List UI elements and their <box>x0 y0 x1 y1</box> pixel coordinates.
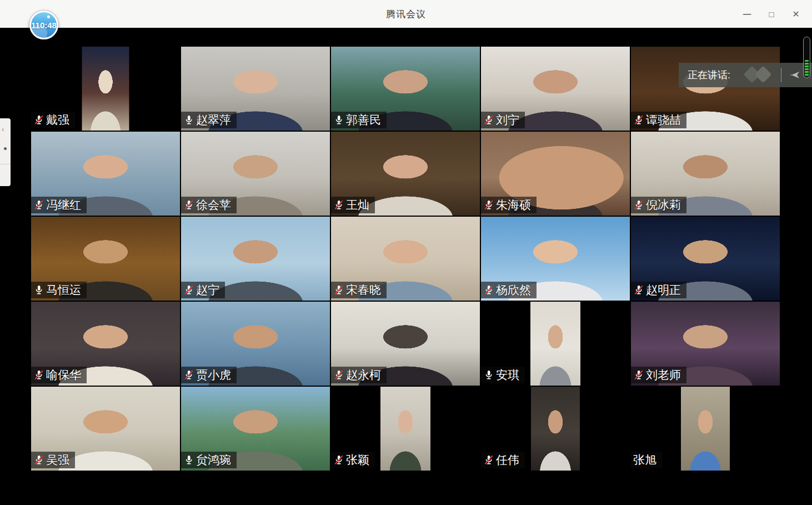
participant-name: 徐会苹 <box>196 197 231 213</box>
panel-divider <box>0 164 11 164</box>
volume-bar <box>805 71 809 73</box>
mic-on-icon <box>333 114 344 126</box>
video-tile[interactable]: 赵宁 <box>181 217 330 301</box>
video-tile[interactable]: 张颖 <box>331 387 480 471</box>
video-tile[interactable]: 谭骁喆 <box>631 47 780 131</box>
name-tag: 安琪 <box>481 367 525 383</box>
mic-muted-icon <box>183 284 194 296</box>
video-tile[interactable]: 赵永柯 <box>331 302 480 386</box>
speaking-label: 正在讲话: <box>688 68 730 82</box>
video-tile[interactable]: 冯继红 <box>31 132 180 216</box>
meeting-duration: 110:48 <box>31 21 57 30</box>
participant-name: 张旭 <box>633 452 656 468</box>
volume-bar <box>805 60 809 62</box>
meeting-timer-badge[interactable]: 110:48 <box>29 11 58 39</box>
participant-name: 任伟 <box>496 452 519 468</box>
participant-name: 喻保华 <box>46 367 81 383</box>
mic-muted-icon <box>633 199 644 211</box>
participant-name: 张颖 <box>346 452 369 468</box>
mic-muted-icon <box>183 199 194 211</box>
banner-divider <box>781 68 781 82</box>
name-tag: 赵明正 <box>631 282 686 298</box>
video-tile[interactable]: 吴强 <box>31 387 180 471</box>
name-tag: 贾小虎 <box>181 367 237 383</box>
speaking-banner: 正在讲话: <box>679 63 812 87</box>
maximize-button[interactable]: □ <box>763 6 780 22</box>
name-tag: 赵翠萍 <box>181 112 237 128</box>
name-tag: 王灿 <box>331 197 375 213</box>
name-tag: 宋春晓 <box>331 282 387 298</box>
participant-name: 赵宁 <box>196 282 219 298</box>
video-tile[interactable]: 徐会苹 <box>181 132 330 216</box>
name-tag: 马恒运 <box>31 282 87 298</box>
participant-name: 王灿 <box>346 197 369 213</box>
participant-name: 马恒运 <box>46 282 81 298</box>
video-tile[interactable]: 刘老师 <box>631 302 780 386</box>
participant-name: 吴强 <box>46 452 69 468</box>
mic-muted-icon <box>483 114 494 126</box>
participant-name: 赵明正 <box>646 282 681 298</box>
collapse-arrow-icon[interactable] <box>788 68 801 82</box>
participant-name: 赵翠萍 <box>196 112 231 128</box>
participant-name: 倪冰莉 <box>646 197 681 213</box>
window-controls: ─ □ ✕ <box>739 0 804 28</box>
participant-name: 宋春晓 <box>346 282 381 298</box>
participant-grid: 戴强赵翠萍郭善民刘宁谭骁喆冯继红徐会苹王灿朱海硕倪冰莉马恒运赵宁宋春晓杨欣然赵明… <box>31 47 780 471</box>
video-tile[interactable]: 刘宁 <box>481 47 630 131</box>
mic-muted-icon <box>483 454 494 466</box>
volume-bar <box>805 63 809 64</box>
video-tile[interactable]: 朱海硕 <box>481 132 630 216</box>
mic-muted-icon <box>333 199 344 211</box>
video-tile[interactable]: 贾小虎 <box>181 302 330 386</box>
mic-volume-indicator <box>803 37 810 78</box>
video-tile[interactable]: 王灿 <box>331 132 480 216</box>
video-tile[interactable]: 贠鸿琬 <box>181 387 330 471</box>
video-tile[interactable]: 戴强 <box>31 47 180 131</box>
video-tile[interactable]: 赵翠萍 <box>181 47 330 131</box>
collapsed-side-panel[interactable]: ‹ <box>0 118 11 186</box>
mic-muted-icon <box>33 199 44 211</box>
name-tag: 赵宁 <box>181 282 225 298</box>
close-button[interactable]: ✕ <box>788 6 804 22</box>
name-tag: 冯继红 <box>31 197 87 213</box>
participant-name: 赵永柯 <box>346 367 381 383</box>
volume-bar <box>805 66 809 67</box>
name-tag: 张颖 <box>331 452 375 468</box>
chevron-left-icon: ‹ <box>2 125 4 133</box>
mic-muted-icon <box>333 369 344 381</box>
video-tile[interactable]: 郭善民 <box>331 47 480 131</box>
video-tile[interactable]: 任伟 <box>481 387 630 471</box>
participant-name: 朱海硕 <box>496 197 531 213</box>
volume-bar <box>805 74 809 76</box>
mic-muted-icon <box>483 284 494 296</box>
video-tile[interactable]: 张旭 <box>631 387 780 471</box>
video-tile[interactable]: 赵明正 <box>631 217 780 301</box>
video-feed <box>681 387 730 471</box>
video-tile[interactable]: 宋春晓 <box>331 217 480 301</box>
mic-muted-icon <box>33 454 44 466</box>
mic-muted-icon <box>33 369 44 381</box>
video-tile[interactable]: 安琪 <box>481 302 630 386</box>
video-tile[interactable]: 喻保华 <box>31 302 180 386</box>
participant-name: 戴强 <box>46 112 69 128</box>
mic-muted-icon <box>333 454 344 466</box>
name-tag: 倪冰莉 <box>631 197 686 213</box>
video-feed <box>82 47 129 131</box>
video-feed <box>531 387 580 471</box>
video-tile[interactable]: 倪冰莉 <box>631 132 780 216</box>
name-tag: 刘老师 <box>631 367 686 383</box>
name-tag: 吴强 <box>31 452 75 468</box>
mic-on-icon <box>483 369 494 381</box>
participant-name: 冯继红 <box>46 197 81 213</box>
video-tile[interactable]: 杨欣然 <box>481 217 630 301</box>
video-tile[interactable]: 马恒运 <box>31 217 180 301</box>
participant-name: 安琪 <box>496 367 519 383</box>
minimize-button[interactable]: ─ <box>739 6 755 22</box>
volume-bar <box>805 68 809 70</box>
meeting-logo-watermark <box>741 64 774 86</box>
participant-name: 刘老师 <box>646 367 681 383</box>
mic-muted-icon <box>633 369 644 381</box>
video-feed <box>530 302 580 386</box>
name-tag: 刘宁 <box>481 112 525 128</box>
mic-on-icon <box>183 114 194 126</box>
